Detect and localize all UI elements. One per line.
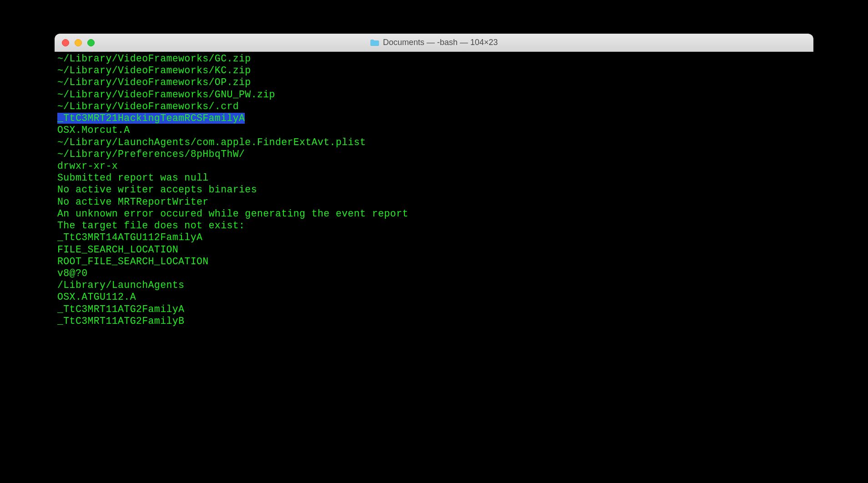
folder-icon <box>370 39 379 46</box>
terminal-line[interactable]: ~/Library/VideoFrameworks/OP.zip <box>57 76 811 88</box>
terminal-line[interactable]: No active writer accepts binaries <box>57 184 811 196</box>
terminal-line[interactable]: The target file does not exist: <box>57 220 811 231</box>
terminal-line[interactable]: ~/Library/VideoFrameworks/.crd <box>57 101 811 112</box>
terminal-line[interactable]: _TtC3MRT14ATGU112FamilyA <box>57 231 811 243</box>
terminal-window: Documents — -bash — 104×23 ~/Library/Vid… <box>55 34 813 331</box>
terminal-line[interactable]: v8@?0 <box>57 267 811 279</box>
terminal-output[interactable]: ~/Library/VideoFrameworks/GC.zip~/Librar… <box>55 52 813 331</box>
terminal-line[interactable]: drwxr-xr-x <box>57 160 811 172</box>
terminal-line[interactable]: _TtC3MRT11ATG2FamilyA <box>57 303 811 315</box>
terminal-line[interactable]: ~/Library/LaunchAgents/com.apple.FinderE… <box>57 136 811 148</box>
terminal-line[interactable]: _TtC3MRT21HackingTeamRCSFamilyA <box>57 112 811 124</box>
terminal-line[interactable]: Submitted report was null <box>57 172 811 184</box>
terminal-line[interactable]: An unknown error occured while generatin… <box>57 208 811 220</box>
selected-text[interactable]: _TtC3MRT21HackingTeamRCSFamilyA <box>57 113 245 124</box>
terminal-line[interactable]: ROOT_FILE_SEARCH_LOCATION <box>57 256 811 267</box>
terminal-line[interactable]: ~/Library/VideoFrameworks/GC.zip <box>57 53 811 65</box>
minimize-button[interactable] <box>75 39 82 46</box>
terminal-line[interactable]: OSX.ATGU112.A <box>57 291 811 303</box>
terminal-line[interactable]: ~/Library/Preferences/8pHbqThW/ <box>57 148 811 160</box>
close-button[interactable] <box>62 39 69 46</box>
maximize-button[interactable] <box>87 39 95 46</box>
terminal-line[interactable]: ~/Library/VideoFrameworks/GNU_PW.zip <box>57 89 811 101</box>
terminal-line[interactable]: _TtC3MRT11ATG2FamilyB <box>57 315 811 327</box>
window-titlebar[interactable]: Documents — -bash — 104×23 <box>55 34 813 52</box>
terminal-line[interactable]: ~/Library/VideoFrameworks/KC.zip <box>57 65 811 76</box>
window-title: Documents — -bash — 104×23 <box>383 38 498 47</box>
terminal-line[interactable]: /Library/LaunchAgents <box>57 279 811 291</box>
traffic-lights <box>55 39 95 46</box>
terminal-line[interactable]: No active MRTReportWriter <box>57 196 811 208</box>
window-title-group: Documents — -bash — 104×23 <box>370 38 498 47</box>
terminal-line[interactable]: FILE_SEARCH_LOCATION <box>57 244 811 256</box>
terminal-line[interactable]: OSX.Morcut.A <box>57 124 811 136</box>
